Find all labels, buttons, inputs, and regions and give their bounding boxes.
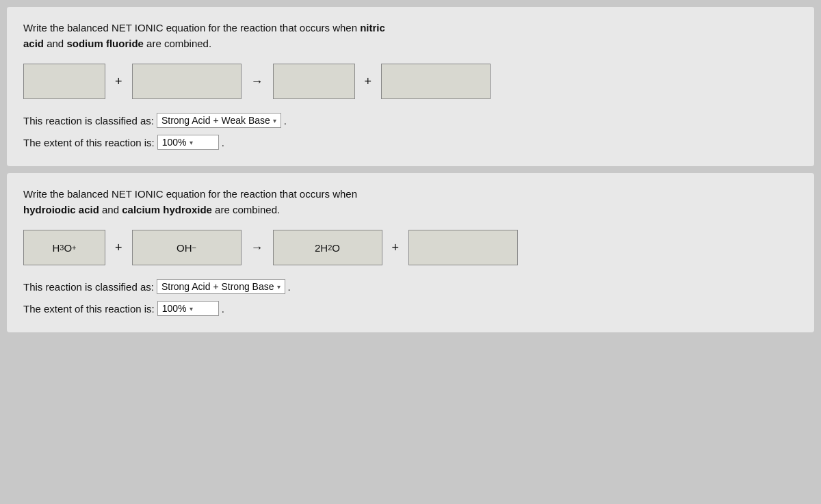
arrow-2: → xyxy=(248,241,266,255)
extent-dropdown-1[interactable]: 100% ▾ xyxy=(157,135,219,150)
classification-value-2: Strong Acid + Strong Base xyxy=(161,281,274,292)
reactant-box-1a[interactable] xyxy=(23,64,105,99)
reactant-box-1b[interactable] xyxy=(132,64,242,99)
chevron-icon-1b: ▾ xyxy=(190,139,193,146)
chevron-icon-1: ▾ xyxy=(273,117,276,124)
period-1: . xyxy=(284,115,287,127)
classification-row-2: This reaction is classified as: Strong A… xyxy=(23,279,798,294)
chevron-icon-2b: ▾ xyxy=(190,305,193,313)
extent-label-2: The extent of this reaction is: xyxy=(23,303,155,315)
plus-operator-1b: + xyxy=(362,75,375,89)
plus-operator-2b: + xyxy=(389,241,402,255)
period-1b: . xyxy=(222,137,224,148)
period-2: . xyxy=(288,281,291,293)
extent-row-1: The extent of this reaction is: 100% ▾ . xyxy=(23,135,798,150)
equation-row-2: H3O+ + OH− → 2H2O + xyxy=(23,230,798,265)
classification-label-2: This reaction is classified as: xyxy=(23,281,154,293)
extent-row-2: The extent of this reaction is: 100% ▾ . xyxy=(23,301,798,316)
arrow-1: → xyxy=(248,75,266,89)
reactant-box-2a[interactable]: H3O+ xyxy=(23,230,105,265)
classification-label-1: This reaction is classified as: xyxy=(23,115,154,127)
problem-card-2: Write the balanced NET IONIC equation fo… xyxy=(7,173,814,332)
problem-text-2: Write the balanced NET IONIC equation fo… xyxy=(23,187,798,217)
extent-value-2: 100% xyxy=(162,303,187,314)
problem-text-1: Write the balanced NET IONIC equation fo… xyxy=(23,21,798,51)
extent-label-1: The extent of this reaction is: xyxy=(23,137,155,148)
extent-value-1: 100% xyxy=(162,137,187,148)
classification-dropdown-2[interactable]: Strong Acid + Strong Base ▾ xyxy=(157,279,285,294)
chevron-icon-2: ▾ xyxy=(277,283,281,291)
plus-operator-2: + xyxy=(112,241,125,255)
extent-dropdown-2[interactable]: 100% ▾ xyxy=(157,301,219,316)
problem-card-1: Write the balanced NET IONIC equation fo… xyxy=(7,7,814,166)
reactant-box-2b[interactable]: OH− xyxy=(132,230,242,265)
plus-operator-1: + xyxy=(112,75,125,89)
period-2b: . xyxy=(222,303,224,315)
product-box-2b[interactable] xyxy=(408,230,518,265)
classification-value-1: Strong Acid + Weak Base xyxy=(161,115,270,126)
product-box-2a[interactable]: 2H2O xyxy=(273,230,382,265)
product-box-1a[interactable] xyxy=(273,64,355,99)
classification-row-1: This reaction is classified as: Strong A… xyxy=(23,113,798,128)
product-box-1b[interactable] xyxy=(381,64,491,99)
classification-dropdown-1[interactable]: Strong Acid + Weak Base ▾ xyxy=(157,113,281,128)
equation-row-1: + → + xyxy=(23,64,798,99)
